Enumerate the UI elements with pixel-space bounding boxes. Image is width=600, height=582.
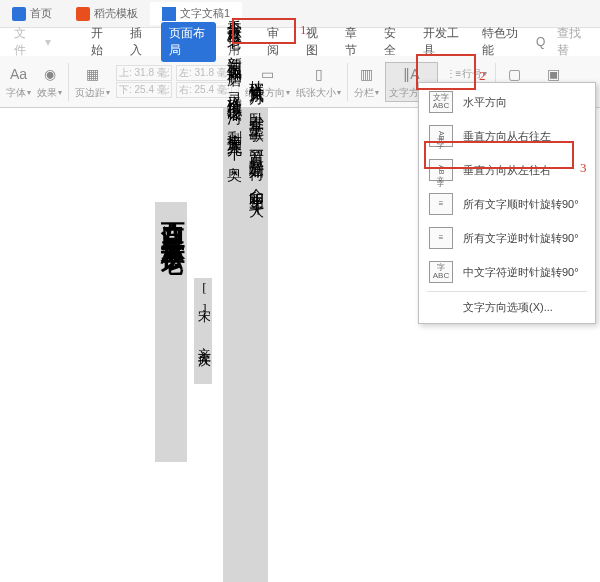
text-direction-dropdown: 文字ABC 水平方向 文A字B 垂直方向从右往左 A文B字 垂直方向从左往右 ≡… bbox=[418, 82, 596, 324]
page[interactable]: 西江月・秀骨青松不老 [宋] 辛弃疾 秀骨青松不老，新词玉佩相磨。灵槎准拟泛银河… bbox=[75, 108, 385, 582]
dd-cjk-rotate[interactable]: 字ABC 中文字符逆时针旋转90° bbox=[419, 255, 595, 289]
doc-line2: 枕楼东风月，卧春亭上笙歌。留君一醉意如何。金印明年斗大。 bbox=[247, 68, 266, 212]
dd-vertical-ltr[interactable]: A文B字 垂直方向从左往右 bbox=[419, 153, 595, 187]
dd-vertical-rtl[interactable]: 文A字B 垂直方向从右往左 bbox=[419, 119, 595, 153]
columns-icon: ▥ bbox=[357, 64, 377, 84]
dd-text-dir-options[interactable]: 文字方向选项(X)... bbox=[419, 294, 595, 321]
home-icon bbox=[12, 7, 26, 21]
menu-security[interactable]: 安全 bbox=[376, 22, 411, 62]
rotate-cw-icon: ≡ bbox=[429, 193, 453, 215]
rotate-ccw-icon: ≡ bbox=[429, 227, 453, 249]
cjk-rotate-icon: 字ABC bbox=[429, 261, 453, 283]
dd-rotate-cw[interactable]: ≡ 所有文字顺时针旋转90° bbox=[419, 187, 595, 221]
template-icon bbox=[76, 7, 90, 21]
menu-chapter[interactable]: 章节 bbox=[337, 22, 372, 62]
menu-features[interactable]: 特色功能 bbox=[474, 22, 528, 62]
margin-top-input[interactable] bbox=[116, 65, 172, 81]
ribbon-effect[interactable]: ◉ 效果▾ bbox=[37, 64, 62, 100]
paper-size-icon: ▯ bbox=[309, 64, 329, 84]
doc-title: 西江月・秀骨青松不老 bbox=[157, 204, 189, 234]
doc-line1: 秀骨青松不老，新词玉佩相磨。灵槎准拟泛银河。剩摘天星几个。奥 bbox=[225, 8, 244, 158]
margin-left-input[interactable] bbox=[176, 65, 232, 81]
doc-icon bbox=[162, 7, 176, 21]
dd-rotate-ccw[interactable]: ≡ 所有文字逆时针旋转90° bbox=[419, 221, 595, 255]
annotation-1: 1 bbox=[300, 22, 307, 38]
menu-review[interactable]: 审阅 bbox=[259, 22, 294, 62]
tab-label: 稻壳模板 bbox=[94, 6, 138, 21]
menu-page-layout[interactable]: 页面布局 bbox=[161, 22, 215, 62]
effect-icon: ◉ bbox=[40, 64, 60, 84]
background-icon: ▢ bbox=[505, 64, 525, 84]
margin-bottom-input[interactable] bbox=[116, 82, 172, 98]
doc-author: [宋] 辛弃疾 bbox=[195, 280, 213, 346]
dd-horizontal[interactable]: 文字ABC 水平方向 bbox=[419, 85, 595, 119]
page-border-icon: ▣ bbox=[543, 64, 563, 84]
menu-dev-tools[interactable]: 开发工具 bbox=[415, 22, 469, 62]
horizontal-icon: 文字ABC bbox=[429, 91, 453, 113]
menu-find[interactable]: 查找替 bbox=[549, 22, 594, 62]
vertical-ltr-icon: A文B字 bbox=[429, 159, 453, 181]
margin-inputs bbox=[116, 65, 232, 98]
margins-icon: ▦ bbox=[83, 64, 103, 84]
menu-start[interactable]: 开始 bbox=[83, 22, 118, 62]
tab-label: 文字文稿1 bbox=[180, 6, 230, 21]
annotation-2: 2 bbox=[479, 68, 486, 84]
font-icon: Aa bbox=[9, 64, 29, 84]
ribbon-paper-size[interactable]: ▯ 纸张大小▾ bbox=[296, 64, 341, 100]
annotation-3: 3 bbox=[580, 160, 587, 176]
text-dir-icon: ‖A bbox=[402, 64, 422, 84]
margin-right-input[interactable] bbox=[176, 82, 232, 98]
tab-label: 首页 bbox=[30, 6, 52, 21]
ribbon-columns[interactable]: ▥ 分栏▾ bbox=[354, 64, 379, 100]
menu-insert[interactable]: 插入 bbox=[122, 22, 157, 62]
ribbon-margins[interactable]: ▦ 页边距▾ bbox=[75, 64, 110, 100]
vertical-rtl-icon: 文A字B bbox=[429, 125, 453, 147]
ribbon-font[interactable]: Aa 字体▾ bbox=[6, 64, 31, 100]
menu-file[interactable]: 文件 bbox=[6, 22, 41, 62]
